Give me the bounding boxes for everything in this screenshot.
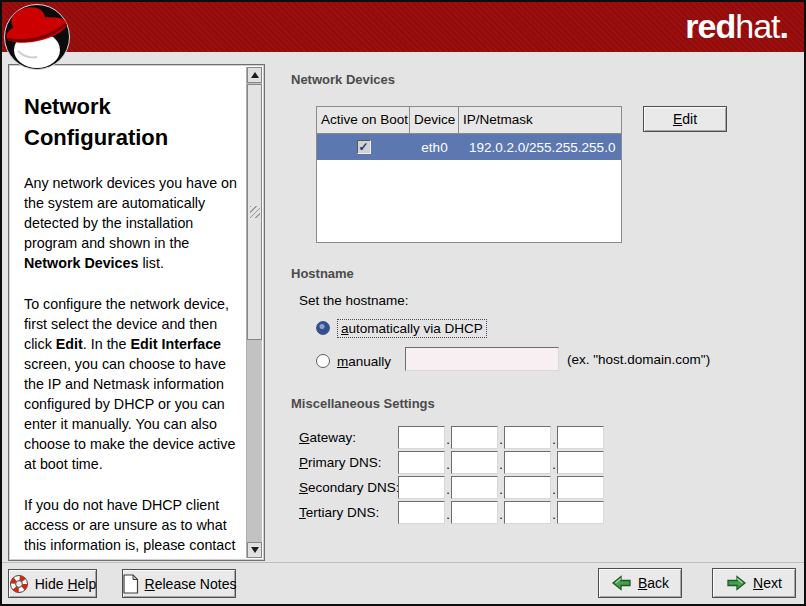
hide-help-button[interactable]: Hide Help <box>8 569 97 598</box>
redhat-wordmark: redhat. <box>685 7 788 46</box>
help-scrollbar[interactable] <box>246 67 262 558</box>
help-title: Network Configuration <box>24 91 240 153</box>
gateway-row: Gateway: . . . <box>299 426 604 449</box>
dhcp-radio-label[interactable]: automatically via DHCP <box>337 319 487 338</box>
wordmark-period: . <box>780 7 788 45</box>
hostname-section-title: Hostname <box>291 266 354 281</box>
help-panel: Network Configuration Any network device… <box>8 64 265 561</box>
table-header-row: Active on Boot Device IP/Netmask <box>317 107 621 134</box>
secondary-dns-octet-input-4[interactable] <box>557 476 604 499</box>
gateway-octet-input-3[interactable] <box>504 426 551 449</box>
primary-dns-octet-input-4[interactable] <box>557 451 604 474</box>
edit-button[interactable]: Edit <box>643 106 727 132</box>
secondary-dns-label: Secondary DNS: <box>299 480 398 495</box>
secondary-dns-row: Secondary DNS: . . . <box>299 476 604 499</box>
checkbox-checked-icon: ✓ <box>358 141 368 153</box>
tertiary-dns-row: Tertiary DNS: . . . <box>299 501 604 524</box>
primary-dns-octet-input-1[interactable] <box>398 451 445 474</box>
wordmark-red: red <box>685 7 735 45</box>
manual-radio-label[interactable]: manually <box>337 354 391 369</box>
device-cell: eth0 <box>410 140 459 155</box>
primary-dns-label: Primary DNS: <box>299 455 398 470</box>
next-button[interactable]: Next <box>712 568 796 598</box>
misc-settings-section-title: Miscellaneous Settings <box>291 396 435 411</box>
network-devices-section-title: Network Devices <box>291 72 395 87</box>
secondary-dns-octet-input-3[interactable] <box>504 476 551 499</box>
wordmark-hat: hat <box>735 7 779 45</box>
dhcp-radio-row: automatically via DHCP <box>316 317 487 339</box>
primary-dns-octet-input-2[interactable] <box>451 451 498 474</box>
column-header-ip-netmask[interactable]: IP/Netmask <box>459 107 621 133</box>
scroll-up-button[interactable] <box>247 67 262 83</box>
help-paragraph-1: Any network devices you have on the syst… <box>24 173 240 273</box>
gateway-label: Gateway: <box>299 430 398 445</box>
document-icon <box>122 574 139 594</box>
scrollbar-grip-icon <box>250 206 260 218</box>
tertiary-dns-octet-input-2[interactable] <box>451 501 498 524</box>
scroll-up-icon <box>251 72 259 78</box>
tertiary-dns-octet-input-4[interactable] <box>557 501 604 524</box>
tertiary-dns-octet-input-3[interactable] <box>504 501 551 524</box>
help-content: Network Configuration Any network device… <box>11 67 246 558</box>
installer-window: redhat. Network Configuration Any networ… <box>0 0 806 606</box>
next-arrow-icon <box>726 574 747 592</box>
hostname-example-hint: (ex. "host.domain.com") <box>567 352 710 367</box>
manual-hostname-input[interactable] <box>405 347 559 371</box>
scrollbar-thumb[interactable] <box>247 84 262 340</box>
column-header-active-on-boot[interactable]: Active on Boot <box>317 107 410 133</box>
ip-netmask-cell: 192.0.2.0/255.255.255.0 <box>459 140 621 155</box>
active-on-boot-checkbox[interactable]: ✓ <box>357 140 371 154</box>
footer-separator <box>0 562 806 564</box>
dhcp-radio-button[interactable] <box>316 321 330 335</box>
primary-dns-octet-input-3[interactable] <box>504 451 551 474</box>
set-hostname-prompt: Set the hostname: <box>299 293 409 308</box>
tertiary-dns-label: Tertiary DNS: <box>299 505 398 520</box>
gateway-octet-input-1[interactable] <box>398 426 445 449</box>
back-button[interactable]: Back <box>598 568 682 598</box>
release-notes-button[interactable]: Release Notes <box>122 569 236 598</box>
help-paragraph-3: If you do not have DHCP client access or… <box>24 495 240 558</box>
help-paragraph-2: To configure the network device, first s… <box>24 294 240 474</box>
secondary-dns-octet-input-1[interactable] <box>398 476 445 499</box>
redhat-shadowman-logo-icon <box>4 3 71 76</box>
gateway-octet-input-4[interactable] <box>557 426 604 449</box>
secondary-dns-octet-input-2[interactable] <box>451 476 498 499</box>
scroll-down-button[interactable] <box>247 542 262 558</box>
top-banner: redhat. <box>2 2 804 52</box>
life-ring-icon <box>9 574 29 594</box>
manual-radio-button[interactable] <box>316 354 330 368</box>
gateway-octet-input-2[interactable] <box>451 426 498 449</box>
network-devices-table: Active on Boot Device IP/Netmask ✓ eth0 … <box>316 106 622 243</box>
scroll-down-icon <box>251 547 259 553</box>
table-row-eth0[interactable]: ✓ eth0 192.0.2.0/255.255.255.0 <box>317 134 621 160</box>
column-header-device[interactable]: Device <box>410 107 459 133</box>
tertiary-dns-octet-input-1[interactable] <box>398 501 445 524</box>
primary-dns-row: Primary DNS: . . . <box>299 451 604 474</box>
manual-radio-row: manually <box>316 350 391 372</box>
back-arrow-icon <box>611 574 632 592</box>
